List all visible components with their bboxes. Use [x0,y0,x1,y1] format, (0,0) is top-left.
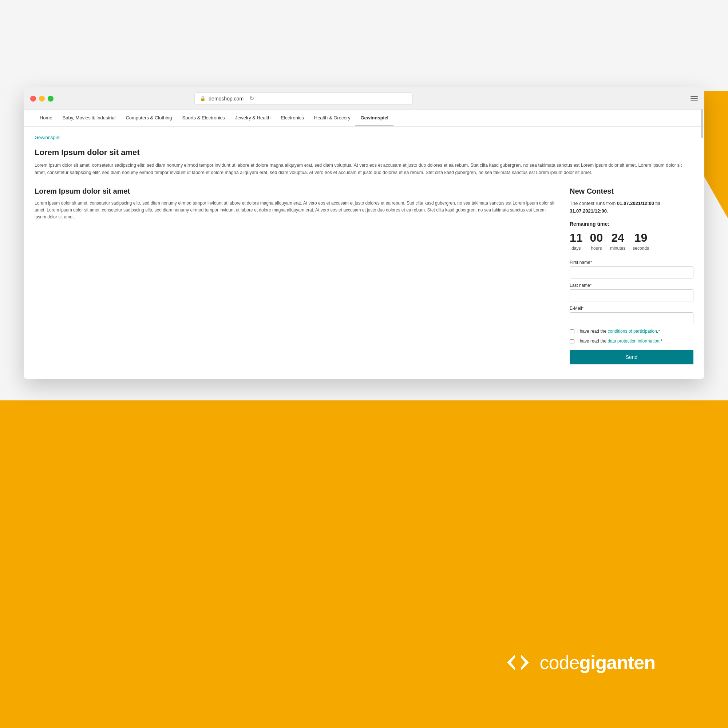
nav-link-computers[interactable]: Computers & Clothing [121,110,177,125]
codegiganten-logo: codegiganten [503,648,655,677]
contest-panel: New Contest The contest runs from 01.07.… [570,187,693,364]
minutes-label: minutes [610,246,626,251]
checkbox1-input[interactable] [570,329,574,334]
contest-heading: New Contest [570,187,693,196]
minutes-value: 24 [610,231,626,245]
site-navigation: Home Baby, Movies & Industrial Computers… [24,110,704,127]
date-text-middle: till [654,200,660,206]
countdown-days: 11 days [570,231,583,251]
traffic-lights [30,96,54,102]
first-name-group: First name* [570,260,693,278]
remaining-label: Remaining time: [570,221,693,227]
yellow-background [0,401,728,728]
breadcrumb-link[interactable]: Gewinnspiel [35,135,60,140]
countdown-seconds: 19 seconds [633,231,649,251]
nav-item-electronics[interactable]: Electronics [275,110,309,126]
browser-chrome: 🔒 demoshop.com ↻ [24,87,704,110]
date-text-prefix: The contest runs from [570,200,617,206]
intro-heading: Lorem Ipsum dolor sit amet [35,148,693,157]
seconds-value: 19 [633,231,649,245]
nav-item-baby[interactable]: Baby, Movies & Industrial [58,110,121,126]
hours-value: 00 [590,231,603,245]
checkbox1-text: I have read the conditions of participat… [577,329,660,334]
minimize-button[interactable] [39,96,45,102]
address-bar[interactable]: 🔒 demoshop.com ↻ [194,92,413,104]
url-text: demoshop.com [209,96,243,102]
nav-item-computers[interactable]: Computers & Clothing [121,110,177,126]
reload-icon[interactable]: ↻ [249,95,254,102]
countdown: 11 days 00 hours 24 minutes 19 seconds [570,231,693,251]
email-group: E-Mail* [570,306,693,324]
data-protection-link[interactable]: data protection information [607,338,659,344]
contest-form: First name* Last name* E-Mail* [570,260,693,364]
left-column: Lorem Ipsum dolor sit amet Lorem ipsum d… [35,187,555,364]
checkbox2-text: I have read the data protection informat… [577,338,662,344]
nav-link-health[interactable]: Health & Grocery [309,110,356,125]
nav-item-home[interactable]: Home [35,110,58,126]
breadcrumb: Gewinnspiel [35,134,693,141]
lock-icon: 🔒 [200,96,206,101]
nav-link-electronics[interactable]: Electronics [275,110,309,125]
seconds-label: seconds [633,246,649,251]
nav-item-jewelry[interactable]: Jewelry & Health [230,110,276,126]
nav-item-health[interactable]: Health & Grocery [309,110,356,126]
hours-label: hours [591,246,602,251]
page-content: Gewinnspiel Lorem Ipsum dolor sit amet L… [24,127,704,379]
conditions-link[interactable]: conditions of participation [607,329,657,334]
nav-link-jewelry[interactable]: Jewelry & Health [230,110,276,125]
first-name-label: First name* [570,260,693,265]
date-end: 31.07.2021/12:00 [570,208,607,214]
browser-menu-icon[interactable] [691,96,698,101]
scrollbar[interactable] [701,109,703,138]
nav-link-sports[interactable]: Sports & Electronics [177,110,230,125]
checkbox2-input[interactable] [570,339,574,344]
last-name-input[interactable] [570,289,693,301]
last-name-group: Last name* [570,283,693,301]
email-input[interactable] [570,312,693,324]
first-name-input[interactable] [570,266,693,278]
countdown-minutes: 24 minutes [610,231,626,251]
nav-link-baby[interactable]: Baby, Movies & Industrial [58,110,121,125]
logo-text: codegiganten [540,652,655,673]
countdown-hours: 00 hours [590,231,603,251]
nav-link-gewinnspiel[interactable]: Gewinnspiel [355,110,393,126]
email-label: E-Mail* [570,306,693,311]
contest-dates: The contest runs from 01.07.2021/12:00 t… [570,200,693,215]
two-col-section: Lorem Ipsum dolor sit amet Lorem ipsum d… [35,187,693,364]
intro-section: Lorem Ipsum dolor sit amet Lorem ipsum d… [35,148,693,176]
days-label: days [572,246,581,251]
checkbox1-group: I have read the conditions of participat… [570,329,693,334]
nav-link-home[interactable]: Home [35,110,58,125]
nav-item-gewinnspiel[interactable]: Gewinnspiel [355,110,393,126]
date-text-suffix: . [607,208,608,214]
date-start: 01.07.2021/12:00 [617,200,654,206]
intro-body: Lorem ipsum dolor sit amet, consetetur s… [35,162,693,176]
nav-item-sports[interactable]: Sports & Electronics [177,110,230,126]
left-col-body: Lorem ipsum dolor sit amet, consetetur s… [35,200,555,221]
left-col-heading: Lorem Ipsum dolor sit amet [35,187,555,196]
send-button[interactable]: Send [570,350,693,364]
days-value: 11 [570,231,583,245]
last-name-label: Last name* [570,283,693,288]
close-button[interactable] [30,96,36,102]
checkbox2-group: I have read the data protection informat… [570,338,693,344]
maximize-button[interactable] [48,96,54,102]
browser-window: 🔒 demoshop.com ↻ Home Baby, Movies & Ind… [24,87,704,379]
